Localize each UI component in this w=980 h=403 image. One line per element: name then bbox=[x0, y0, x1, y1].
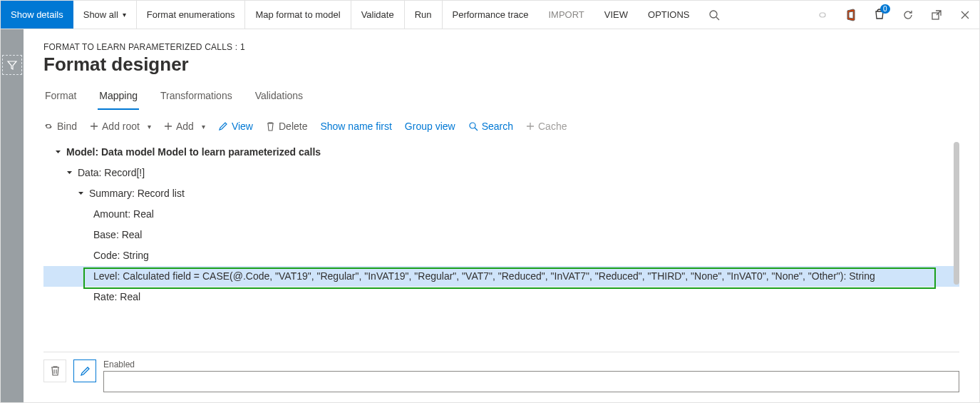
bind-button[interactable]: Bind bbox=[43, 121, 77, 132]
tab-mapping[interactable]: Mapping bbox=[98, 86, 139, 110]
trash-icon bbox=[50, 365, 61, 377]
performance-trace-button[interactable]: Performance trace bbox=[443, 1, 539, 29]
divider bbox=[43, 352, 959, 352]
command-bar: Show details Show all▾ Format enumeratio… bbox=[1, 1, 979, 29]
tree-node-level[interactable]: Level: Calculated field = CASE(@.Code, "… bbox=[43, 266, 959, 287]
office-button[interactable] bbox=[837, 1, 865, 29]
close-icon bbox=[960, 10, 970, 20]
format-enumerations-button[interactable]: Format enumerations bbox=[137, 1, 246, 29]
refresh-button[interactable] bbox=[894, 1, 922, 29]
search-icon bbox=[708, 9, 720, 21]
group-view-button[interactable]: Group view bbox=[405, 121, 455, 132]
delete-property-button[interactable] bbox=[43, 359, 66, 382]
link-icon bbox=[43, 121, 53, 131]
left-rail bbox=[1, 29, 24, 402]
enabled-field-input[interactable] bbox=[103, 371, 959, 392]
view-menu[interactable]: VIEW bbox=[594, 1, 638, 29]
popout-button[interactable] bbox=[922, 1, 951, 29]
filter-button[interactable] bbox=[2, 55, 22, 75]
options-menu[interactable]: OPTIONS bbox=[638, 1, 700, 29]
tab-format[interactable]: Format bbox=[43, 86, 78, 110]
view-button[interactable]: View bbox=[218, 121, 253, 132]
collapse-icon bbox=[65, 169, 73, 178]
map-format-to-model-button[interactable]: Map format to model bbox=[245, 1, 351, 29]
tree-node-code[interactable]: Code: String bbox=[43, 245, 959, 266]
delete-button[interactable]: Delete bbox=[266, 121, 307, 132]
svg-point-0 bbox=[710, 11, 717, 18]
page-title: Format designer bbox=[43, 53, 959, 76]
show-all-dropdown[interactable]: Show all▾ bbox=[73, 1, 137, 29]
tab-bar: Format Mapping Transformations Validatio… bbox=[43, 86, 959, 111]
chevron-down-icon: ▾ bbox=[148, 123, 151, 131]
svg-line-1 bbox=[716, 17, 719, 20]
close-button[interactable] bbox=[951, 1, 979, 29]
tree-node-data[interactable]: Data: Record[!] bbox=[43, 163, 959, 183]
attach-button[interactable] bbox=[808, 1, 837, 29]
search-button[interactable]: Search bbox=[468, 121, 513, 132]
messages-badge: 0 bbox=[880, 4, 890, 14]
validate-button[interactable]: Validate bbox=[351, 1, 405, 29]
refresh-icon bbox=[902, 9, 914, 21]
search-icon bbox=[468, 121, 478, 131]
plus-icon bbox=[526, 122, 535, 131]
chevron-down-icon: ▾ bbox=[202, 123, 205, 131]
edit-property-button[interactable] bbox=[73, 359, 96, 382]
search-button[interactable] bbox=[700, 1, 728, 29]
tree-node-model[interactable]: Model: Data model Model to learn paramet… bbox=[43, 142, 959, 163]
tree-node-summary[interactable]: Summary: Record list bbox=[43, 183, 959, 204]
import-menu[interactable]: IMPORT bbox=[538, 1, 594, 29]
pencil-icon bbox=[80, 366, 91, 377]
enabled-field-label: Enabled bbox=[103, 359, 959, 369]
plus-icon bbox=[90, 122, 98, 131]
tab-transformations[interactable]: Transformations bbox=[159, 86, 234, 110]
show-details-button[interactable]: Show details bbox=[1, 1, 73, 29]
vertical-scrollbar[interactable] bbox=[954, 142, 959, 285]
tree-node-amount[interactable]: Amount: Real bbox=[43, 204, 959, 225]
tree-node-base[interactable]: Base: Real bbox=[43, 225, 959, 245]
popout-icon bbox=[931, 9, 942, 21]
show-name-first-button[interactable]: Show name first bbox=[320, 121, 391, 132]
run-button[interactable]: Run bbox=[405, 1, 443, 29]
cache-button[interactable]: Cache bbox=[526, 121, 567, 132]
add-root-dropdown[interactable]: Add root ▾ bbox=[90, 121, 151, 132]
tab-validations[interactable]: Validations bbox=[254, 86, 304, 110]
messages-button[interactable]: 0 bbox=[865, 1, 894, 29]
plus-icon bbox=[164, 122, 172, 131]
tree-node-rate[interactable]: Rate: Real bbox=[43, 287, 959, 307]
link-icon bbox=[817, 9, 828, 21]
chevron-down-icon: ▾ bbox=[123, 11, 126, 19]
trash-icon bbox=[266, 121, 275, 131]
add-dropdown[interactable]: Add ▾ bbox=[164, 121, 205, 132]
svg-point-3 bbox=[470, 123, 475, 128]
svg-line-4 bbox=[475, 128, 478, 131]
data-source-tree: Model: Data model Model to learn paramet… bbox=[43, 142, 959, 307]
filter-icon bbox=[6, 59, 18, 71]
breadcrumb: FORMAT TO LEARN PARAMETERIZED CALLS : 1 bbox=[43, 42, 959, 52]
office-icon bbox=[845, 9, 857, 21]
mapping-toolbar: Bind Add root ▾ Add ▾ View Delete Show bbox=[43, 121, 959, 132]
property-panel: Enabled bbox=[24, 352, 979, 402]
collapse-icon bbox=[53, 148, 62, 157]
collapse-icon bbox=[76, 190, 85, 198]
pencil-icon bbox=[218, 121, 228, 131]
